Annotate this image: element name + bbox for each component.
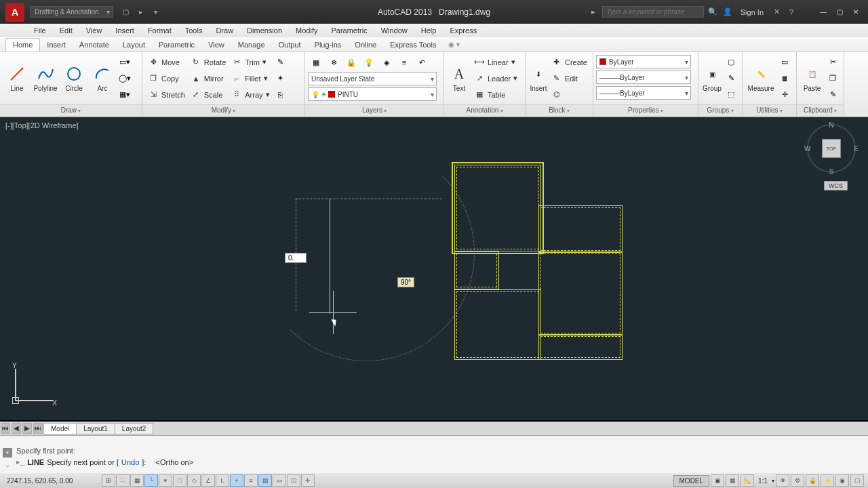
search-icon[interactable]: 🔍 — [707, 6, 719, 18]
search-arrow-icon[interactable]: ▸ — [587, 6, 599, 18]
qat-dropdown-icon[interactable]: ▾ — [150, 6, 162, 18]
menu-tools[interactable]: Tools — [178, 26, 210, 35]
tab-annotate[interactable]: Annotate — [73, 39, 116, 51]
hardware-accel-icon[interactable]: ⚡ — [821, 474, 834, 487]
panel-title-clipboard[interactable]: Clipboard — [797, 104, 844, 117]
polar-toggle[interactable]: ✶ — [159, 474, 172, 487]
tab-model[interactable]: Model — [43, 423, 77, 434]
menu-dimension[interactable]: Dimension — [240, 26, 289, 35]
ortho-toggle[interactable]: └ — [144, 474, 158, 487]
layout-first-icon[interactable]: ⏮ — [1, 423, 10, 434]
dyn-toggle[interactable]: + — [230, 474, 243, 487]
quickview-drawings-icon[interactable]: ▦ — [726, 474, 739, 487]
ducs-toggle[interactable]: L — [216, 474, 229, 487]
panel-title-utilities[interactable]: Utilities — [743, 104, 796, 117]
menu-express[interactable]: Express — [443, 26, 484, 35]
array-button[interactable]: ⠿Array ▾ — [229, 87, 272, 102]
polyline-button[interactable]: Polyline — [31, 54, 60, 103]
copy-clip-icon[interactable]: ❐ — [825, 71, 841, 86]
copy-button[interactable]: ❐Copy — [145, 71, 188, 86]
minimize-button[interactable]: — — [816, 7, 830, 17]
tab-layout1[interactable]: Layout1 — [76, 423, 115, 434]
viewcube-face[interactable]: TOP — [822, 139, 841, 158]
menu-edit[interactable]: Edit — [53, 26, 79, 35]
ungroup-icon[interactable]: ▢ — [723, 55, 739, 70]
viewcube[interactable]: TOP N S E W — [807, 124, 856, 173]
layout-prev-icon[interactable]: ◀ — [12, 423, 21, 434]
snap-toggle[interactable]: ∷ — [116, 474, 130, 487]
hatch-icon[interactable]: ▦▾ — [117, 87, 133, 102]
tab-express[interactable]: Express Tools — [383, 39, 443, 51]
panel-title-annotation[interactable]: Annotation — [444, 104, 525, 117]
3dosnap-toggle[interactable]: ◇ — [187, 474, 201, 487]
isolate-icon[interactable]: ◉ — [835, 474, 849, 487]
layer-state-dropdown[interactable]: Unsaved Layer State — [308, 72, 437, 85]
sc-toggle[interactable]: ◫ — [287, 474, 300, 487]
tab-home[interactable]: Home — [5, 38, 40, 52]
workspace-switch-icon[interactable]: ⚙ — [791, 474, 804, 487]
rectangle-icon[interactable]: ▭▾ — [117, 55, 133, 70]
ucs-icon[interactable]: YX — [9, 362, 57, 409]
group-edit-icon[interactable]: ✎ — [723, 71, 739, 86]
fillet-button[interactable]: ⌐Fillet ▾ — [229, 71, 272, 86]
menu-parametric[interactable]: Parametric — [324, 26, 374, 35]
offset-icon[interactable]: ⎘ — [273, 87, 289, 102]
tab-insert[interactable]: Insert — [40, 39, 73, 51]
leader-button[interactable]: ↗Leader ▾ — [471, 71, 520, 86]
explode-icon[interactable]: ✴ — [273, 71, 289, 86]
length-input[interactable]: 0. — [285, 253, 307, 263]
menu-insert[interactable]: Insert — [108, 26, 141, 35]
help-icon[interactable]: ? — [785, 6, 797, 18]
tab-output[interactable]: Output — [272, 39, 308, 51]
arc-button[interactable]: Arc — [88, 54, 117, 103]
tab-parametric[interactable]: Parametric — [152, 39, 201, 51]
toolbar-lock-icon[interactable]: 🔒 — [806, 474, 819, 487]
ellipse-icon[interactable]: ◯▾ — [117, 71, 133, 86]
scale-readout[interactable]: 1:1 — [755, 477, 770, 485]
qp-toggle[interactable]: ▭ — [273, 474, 286, 487]
lwt-toggle[interactable]: ≡ — [244, 474, 258, 487]
insert-button[interactable]: ⬇Insert — [528, 54, 549, 103]
quickcalc-icon[interactable]: 🖩 — [776, 71, 793, 86]
menu-window[interactable]: Window — [374, 26, 414, 35]
trim-button[interactable]: ✂Trim ▾ — [229, 55, 272, 70]
linear-button[interactable]: ⟷Linear ▾ — [471, 55, 520, 70]
menu-help[interactable]: Help — [414, 26, 443, 35]
menu-modify[interactable]: Modify — [289, 26, 324, 35]
create-button[interactable]: ✚Create — [549, 55, 590, 70]
lineweight-dropdown[interactable]: ——— ByLayer — [596, 70, 691, 84]
help-search-input[interactable] — [602, 6, 704, 18]
cmdline-expand-icon[interactable]: ⌵ — [3, 461, 12, 470]
exchange-icon[interactable]: ✕ — [770, 6, 783, 18]
panel-title-modify[interactable]: Modify — [142, 104, 304, 117]
block-misc-icon[interactable]: ⌬ — [549, 87, 590, 102]
layer-freeze-icon[interactable]: ❄ — [326, 55, 342, 70]
ribbon-options-icon[interactable]: ◉ ▾ — [448, 41, 460, 48]
circle-button[interactable]: Circle — [60, 54, 88, 103]
erase-icon[interactable]: ✎ — [273, 55, 289, 70]
mirror-button[interactable]: ▲Mirror — [188, 71, 229, 86]
tab-manage[interactable]: Manage — [231, 39, 272, 51]
layer-prev-icon[interactable]: ↶ — [414, 55, 430, 70]
maximize-button[interactable]: ▢ — [833, 7, 846, 17]
linetype-dropdown[interactable]: ——— ByLayer — [596, 86, 691, 100]
layer-off-icon[interactable]: 💡 — [361, 55, 377, 70]
move-button[interactable]: ✥Move — [145, 55, 188, 70]
menu-file[interactable]: File — [27, 26, 53, 35]
grid-toggle[interactable]: ▦ — [130, 474, 144, 487]
tpy-toggle[interactable]: ▤ — [258, 474, 272, 487]
measure-button[interactable]: 📏Measure — [745, 54, 776, 103]
stretch-button[interactable]: ⇲Stretch — [145, 87, 188, 102]
cmd-prompt[interactable]: ▸_ LINE Specify next point or [Undo]: <O… — [0, 456, 868, 468]
coordinate-readout[interactable]: 2247.15, 620.65, 0.00 — [0, 477, 102, 485]
panel-title-properties[interactable]: Properties — [593, 104, 698, 117]
viewport-label[interactable]: [-][Top][2D Wireframe] — [5, 121, 79, 129]
layer-prop-icon[interactable]: ▦ — [308, 55, 324, 70]
layer-current-dropdown[interactable]: 💡☀PINTU — [308, 87, 437, 101]
cleanscreen-icon[interactable]: ▢ — [850, 474, 864, 487]
cut-icon[interactable]: ✂ — [825, 55, 841, 70]
paste-button[interactable]: 📋Paste — [800, 54, 825, 103]
layer-iso-icon[interactable]: ◈ — [378, 55, 395, 70]
menu-format[interactable]: Format — [141, 26, 178, 35]
group-button[interactable]: ▣Group — [701, 54, 723, 103]
